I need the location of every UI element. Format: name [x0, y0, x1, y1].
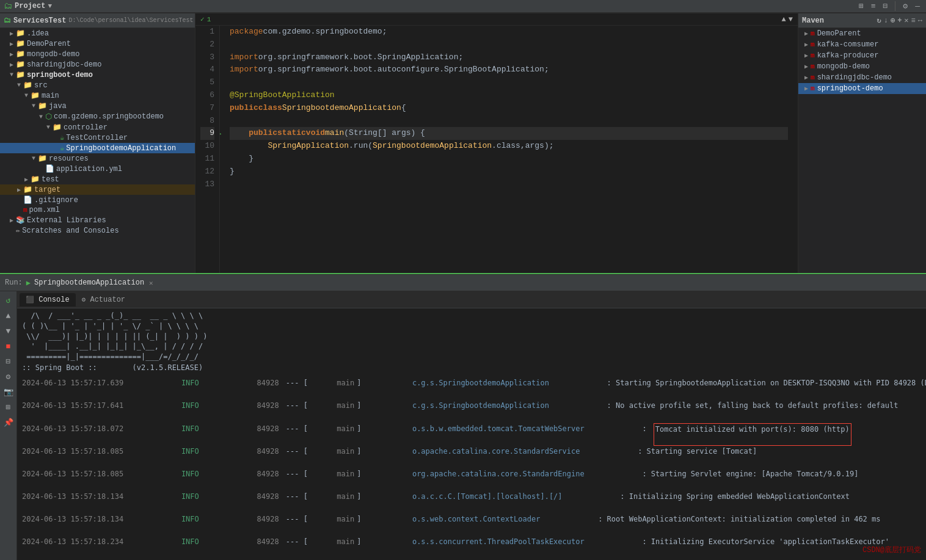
maven-icon-expand[interactable]: ↔	[918, 16, 922, 25]
src-icon: 📁	[23, 81, 32, 90]
maven-item-mongodb[interactable]: ▶ m mongodb-demo	[798, 61, 926, 72]
tree-item-resources[interactable]: ▼ 📁 resources	[0, 153, 195, 164]
maven-icon-refresh[interactable]: ↻	[877, 16, 881, 25]
tree-item-target[interactable]: ▶ 📁 target	[0, 184, 195, 195]
tree-arrow-main: ▼	[22, 92, 31, 99]
tree-arrow-controller: ▼	[44, 124, 53, 131]
log-line-1: 2024-06-13 15:57:17.639 INFO 84928 --- […	[22, 377, 921, 400]
code-content[interactable]: package com.gzdemo.springbootdemo; impor…	[220, 26, 798, 273]
tab-actuator[interactable]: ⚙ Actuator	[76, 293, 131, 307]
toolbar-foldall[interactable]: ⊟	[2, 355, 15, 368]
toolbar-scroll-down[interactable]: ▼	[2, 324, 15, 338]
code-line-7: public class SpringbootdemoApplication {	[230, 102, 788, 115]
idea-icon: 📁	[16, 29, 25, 38]
run-gutter-icon[interactable]: ▶	[220, 127, 221, 140]
tree-item-shardingjdbc[interactable]: ▶ 📁 shardingjdbc-demo	[0, 59, 195, 70]
tree-item-main[interactable]: ▼ 📁 main	[0, 90, 195, 101]
maven-icon-plus[interactable]: +	[897, 16, 902, 25]
tree-item-idea[interactable]: ▶ 📁 .idea	[0, 28, 195, 38]
java-icon: 📁	[38, 101, 47, 111]
toolbar-icon-minimize[interactable]: —	[913, 1, 922, 12]
console-tabs: ⬛ Console ⚙ Actuator	[17, 291, 926, 308]
maven-arrow-kc: ▶	[804, 41, 808, 48]
log-line-3: 2024-06-13 15:57:18.072 INFO 84928 --- […	[22, 423, 921, 446]
maven-title: Maven	[802, 16, 874, 25]
toolbar-stop[interactable]: ■	[2, 340, 15, 353]
tree-arrow-java: ▼	[29, 103, 38, 109]
run-app-name[interactable]: SpringbootdemoApplication	[34, 278, 144, 287]
maven-m-icon-mdb: m	[811, 63, 815, 70]
tree-label-resources: resources	[49, 155, 89, 163]
tree-label-tc: TestController	[66, 134, 128, 142]
nav-up-icon[interactable]: ▲	[782, 15, 786, 24]
tree-item-testcontroller[interactable]: ☕ TestController	[0, 133, 195, 143]
maven-panel: Maven ↻ ↓ ⊕ + ✕ ≡ ↔ ▶ m DemoParent ▶ m k…	[798, 13, 926, 273]
log-line-5: 2024-06-13 15:57:18.085 INFO 84928 --- […	[22, 468, 921, 491]
editor-status-bar: ✓ 1 ▲ ▼	[195, 13, 798, 26]
nav-down-icon[interactable]: ▼	[789, 15, 793, 24]
tree-item-src[interactable]: ▼ 📁 src	[0, 80, 195, 90]
maven-item-kafka-consumer[interactable]: ▶ m kafka-comsumer	[798, 39, 926, 50]
tree-item-appyml[interactable]: 📄 application.yml	[0, 164, 195, 174]
tree-label-sba: SpringbootdemoApplication	[66, 144, 176, 153]
code-line-11: }	[230, 153, 788, 165]
tree-label-shardingjdbc: shardingjdbc-demo	[27, 60, 101, 69]
code-area: 12345 678 9 10111213 package com.gzdemo.…	[195, 26, 798, 273]
tree-item-pom[interactable]: m pom.xml	[0, 205, 195, 215]
tree-item-springbootapp[interactable]: ☕ SpringbootdemoApplication	[0, 143, 195, 153]
toolbar-layout[interactable]: ⊞	[2, 401, 15, 414]
maven-arrow-dp: ▶	[804, 30, 808, 37]
toolbar-icon-3[interactable]: ⊟	[881, 0, 891, 12]
toolbar-camera[interactable]: 📷	[2, 385, 15, 399]
tree-item-java[interactable]: ▼ 📁 java	[0, 101, 195, 111]
toolbar-pin[interactable]: 📌	[2, 416, 15, 429]
actuator-tab-icon: ⚙	[82, 296, 86, 304]
tree-item-scratches[interactable]: ✏️ Scratches and Consoles	[0, 225, 195, 236]
toolbar-scroll-up[interactable]: ▲	[2, 309, 15, 322]
tree-item-springboot[interactable]: ▼ 📁 springboot-demo	[0, 70, 195, 80]
tree-item-com[interactable]: ▼ ⬡ com.gzdemo.springbootdemo	[0, 111, 195, 122]
tree-arrow-extlibs: ▶	[7, 217, 16, 224]
maven-m-icon-dp: m	[811, 30, 815, 37]
tab-console[interactable]: ⬛ Console	[20, 293, 76, 307]
tree-item-gitignore[interactable]: 📄 .gitignore	[0, 195, 195, 205]
project-dropdown-icon[interactable]: ▼	[48, 2, 52, 10]
run-tab-close[interactable]: ✕	[149, 279, 153, 287]
maven-item-demoparent[interactable]: ▶ m DemoParent	[798, 28, 926, 39]
tree-arrow-test: ▶	[22, 176, 31, 183]
tree-item-test[interactable]: ▶ 📁 test	[0, 174, 195, 184]
maven-label-dp: DemoParent	[817, 29, 861, 38]
tree-arrow-target: ▶	[15, 186, 23, 194]
maven-icon-add[interactable]: ⊕	[891, 16, 895, 25]
maven-item-shardingjdbc[interactable]: ▶ m shardingjdbc-demo	[798, 72, 926, 83]
toolbar-icon-settings[interactable]: ⚙	[900, 0, 910, 12]
maven-icon-download[interactable]: ↓	[884, 16, 888, 25]
code-line-2	[230, 38, 788, 51]
tree-item-controller[interactable]: ▼ 📁 controller	[0, 122, 195, 133]
maven-icon-menu[interactable]: ≡	[911, 16, 916, 25]
tree-item-demoparent[interactable]: ▶ 📁 DemoParent	[0, 38, 195, 49]
toolbar-rerun[interactable]: ↺	[2, 294, 15, 307]
maven-item-springboot[interactable]: ▶ m springboot-demo	[798, 83, 926, 94]
log-line-6: 2024-06-13 15:57:18.134 INFO 84928 --- […	[22, 491, 921, 514]
tree-arrow-shardingjdbc: ▶	[7, 61, 16, 68]
tree-arrow-demoparent: ▶	[7, 40, 16, 48]
maven-item-kafka-producer[interactable]: ▶ m kafka-producer	[798, 50, 926, 61]
toolbar-settings2[interactable]: ⚙	[2, 370, 15, 384]
maven-m-icon-kc: m	[811, 41, 815, 48]
tree-label-appyml: application.yml	[56, 165, 122, 173]
tree-item-mongodb[interactable]: ▶ 📁 mongodb-demo	[0, 49, 195, 59]
toolbar-icon-2[interactable]: ≡	[869, 1, 878, 12]
bottom-section: Run: ▶ SpringbootdemoApplication ✕ ↺ ▲ ▼…	[0, 273, 926, 560]
tree-label-test: test	[42, 175, 59, 184]
maven-icon-close[interactable]: ✕	[904, 16, 908, 25]
maven-label-kc: kafka-comsumer	[817, 40, 879, 49]
log-line-4: 2024-06-13 15:57:18.085 INFO 84928 --- […	[22, 446, 921, 468]
project-tree-path: D:\Code\personal\idea\ServicesTest	[68, 17, 193, 24]
toolbar-icon-1[interactable]: ⊞	[856, 0, 866, 12]
resources-icon: 📁	[38, 154, 47, 163]
console-output[interactable]: /\ / ___'_ __ _ _(_)_ __ __ _ \ \ \ \ ( …	[17, 308, 926, 560]
code-line-10: SpringApplication.run(SpringbootdemoAppl…	[230, 140, 788, 153]
tree-item-extlibs[interactable]: ▶ 📚 External Libraries	[0, 215, 195, 225]
pom-icon: m	[23, 206, 27, 214]
